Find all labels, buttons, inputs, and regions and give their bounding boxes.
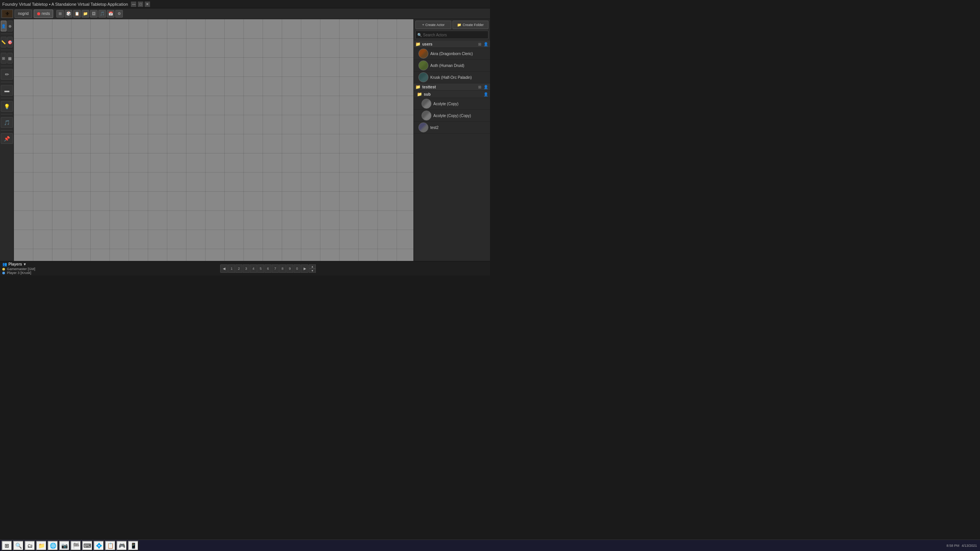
scene-nav-page-6[interactable]: 6 [265, 264, 271, 273]
note-tool-button[interactable]: 📌 [1, 133, 13, 144]
actor-name-acolyte-copy: Acolyte (Copy) [433, 102, 488, 106]
toolbar-scenes-icon[interactable]: ⊞ [56, 10, 64, 18]
scene-nav-page-5[interactable]: 5 [257, 264, 264, 273]
toolbar-roll-icon[interactable]: 🎲 [65, 10, 72, 18]
tool-group-tile: ⊞ ▦ [1, 53, 13, 66]
minimize-button[interactable]: — [131, 2, 136, 7]
create-actor-icon: + [422, 23, 424, 27]
scene-nav-page-7[interactable]: 7 [272, 264, 279, 273]
light-tool-button[interactable]: 💡 [1, 101, 13, 112]
toolbar-audio-icon[interactable]: 🎵 [98, 10, 106, 18]
grid-tool-button[interactable]: ▦ [7, 53, 13, 64]
player-p3: Player 3 [Krusk] [2, 271, 44, 275]
title-bar-title: Foundry Virtual Tabletop • A Standalone … [2, 2, 128, 7]
search-input[interactable] [423, 31, 487, 39]
tool-group-draw: ✏ [1, 69, 13, 82]
create-folder-icon: 📁 [457, 23, 461, 27]
compass-tool-button[interactable]: 🎯 [7, 37, 13, 47]
player-gm-dot [2, 268, 5, 271]
scene-nav-page-1[interactable]: 1 [228, 264, 235, 273]
tool-pair-measure: 📏 🎯 [1, 37, 13, 47]
scene-tab-nogrid[interactable]: nogrid [15, 10, 32, 18]
actor-name-aoth: Aoth (Human Druid) [430, 64, 488, 68]
maximize-button[interactable]: □ [138, 2, 143, 7]
left-sidebar: 👤 ⊕ 📏 🎯 ⊞ ▦ ✏ ▬ [0, 19, 14, 261]
actor-name-test2: test2 [430, 126, 488, 130]
scene-nav-page-0[interactable]: 0 [294, 264, 301, 273]
folder-users-add-user-button[interactable]: 👤 [483, 41, 488, 47]
title-bar-controls: — □ ✕ [131, 2, 150, 7]
tool-pair-select: 👤 ⊕ [1, 21, 13, 31]
players-header[interactable]: 👥 Players ▾ [2, 262, 44, 266]
folder-icon: 📁 [415, 42, 421, 47]
select-tool-button[interactable]: 👤 [1, 21, 7, 31]
actor-item-test2[interactable]: test2 [414, 122, 490, 134]
app: ⚜ nogrid rests ⊞ 🎲 📋 📁 🖼 🎵 📅 ⚙ 👤 ⊕ [0, 8, 490, 276]
actor-item-acolyte-copy[interactable]: Acolyte (Copy) [414, 98, 490, 110]
toolbar-journal-icon[interactable]: 📋 [73, 10, 81, 18]
player-gm: Gamemaster [GM] [2, 267, 44, 271]
scene-nav-page-2[interactable]: 2 [235, 264, 242, 273]
scene-nav-down-button[interactable]: ▼ [309, 269, 316, 273]
actor-item-acolyte-copy-copy[interactable]: Acolyte (Copy) (Copy) [414, 110, 490, 122]
scene-tab-nogrid-label: nogrid [18, 11, 29, 16]
tool-group-light: 💡 [1, 101, 13, 114]
draw-tool-button[interactable]: ✏ [1, 69, 13, 80]
actor-item-akra[interactable]: Akra (Dragonborn Cleric) [414, 48, 490, 60]
actors-header: + Create Actor 📁 Create Folder 🔍 [414, 19, 490, 40]
subfolder-sub-label: sub [424, 92, 482, 96]
actor-avatar-krusk [418, 72, 428, 82]
scene-navigation: ◀ 1 2 3 4 5 6 7 8 9 0 ▶ ▲ ▼ [46, 264, 490, 273]
folder-testtest[interactable]: 📁 testtest ⊞ 👤 [414, 83, 490, 91]
scene-nav-page-8[interactable]: 8 [279, 264, 286, 273]
grid-canvas [14, 19, 413, 261]
actor-avatar-acolyte-copy [421, 99, 431, 109]
actors-panel: + Create Actor 📁 Create Folder 🔍 📁 [413, 19, 490, 261]
scene-nav-page-3[interactable]: 3 [243, 264, 250, 273]
toolbar-settings-icon[interactable]: ⚙ [115, 10, 123, 18]
measure-tool-button[interactable]: 📏 [1, 37, 7, 47]
tile-tool-button[interactable]: ⊞ [1, 53, 7, 64]
sound-tool-button[interactable]: 🎵 [1, 117, 13, 128]
toolbar-images-icon[interactable]: 🖼 [90, 10, 98, 18]
folder-testtest-add-user-button[interactable]: 👤 [483, 84, 488, 90]
tool-group-wall: ▬ [1, 85, 13, 98]
folder-testtest-sort-button[interactable]: ⊞ [477, 84, 482, 90]
actors-button-row: + Create Actor 📁 Create Folder [415, 21, 488, 29]
players-panel: 👥 Players ▾ Gamemaster [GM] Player 3 [Kr… [0, 261, 46, 276]
close-button[interactable]: ✕ [145, 2, 150, 7]
folder-users[interactable]: 📁 users ⊞ 👤 [414, 41, 490, 48]
create-actor-button[interactable]: + Create Actor [415, 21, 451, 29]
scene-nav-next-button[interactable]: ▶ [301, 264, 309, 273]
search-row: 🔍 [415, 31, 488, 39]
canvas-area[interactable] [14, 19, 413, 261]
actor-item-krusk[interactable]: Krusk (Half-Orc Paladin) [414, 72, 490, 83]
tool-group-token: 👤 ⊕ [1, 21, 13, 34]
subfolder-sub[interactable]: 📁 sub 👤 [414, 91, 490, 98]
logo-button[interactable]: ⚜ [2, 10, 13, 18]
scene-nav-page-9[interactable]: 9 [286, 264, 293, 273]
toolbar-actors-icon[interactable]: 📁 [82, 10, 89, 18]
actor-avatar-akra [418, 49, 428, 59]
players-icon: 👥 [2, 262, 7, 266]
scene-nav-page-4[interactable]: 4 [250, 264, 257, 273]
folder-testtest-icon: 📁 [415, 85, 421, 90]
scene-nav-prev-button[interactable]: ◀ [220, 264, 228, 273]
actor-item-aoth[interactable]: Aoth (Human Druid) [414, 60, 490, 72]
create-folder-button[interactable]: 📁 Create Folder [452, 21, 488, 29]
scene-tab-rests[interactable]: rests [34, 10, 54, 18]
subfolder-sub-action-button[interactable]: 👤 [483, 91, 488, 97]
scene-nav-up-button[interactable]: ▲ [309, 264, 316, 269]
folder-users-label: users [422, 42, 475, 46]
tool-pair-tile: ⊞ ▦ [1, 53, 13, 64]
folder-users-actions: ⊞ 👤 [477, 41, 488, 47]
actor-name-acolyte-copy-copy: Acolyte (Copy) (Copy) [433, 114, 488, 118]
target-tool-button[interactable]: ⊕ [7, 21, 13, 31]
folder-users-sort-button[interactable]: ⊞ [477, 41, 482, 47]
wall-tool-button[interactable]: ▬ [1, 85, 13, 96]
actor-name-akra: Akra (Dragonborn Cleric) [430, 52, 488, 56]
toolbar-calendar-icon[interactable]: 📅 [107, 10, 114, 18]
actor-avatar-acolyte-copy-copy [421, 111, 431, 121]
tool-group-note: 📌 [1, 133, 13, 146]
create-folder-label: Create Folder [462, 23, 483, 27]
